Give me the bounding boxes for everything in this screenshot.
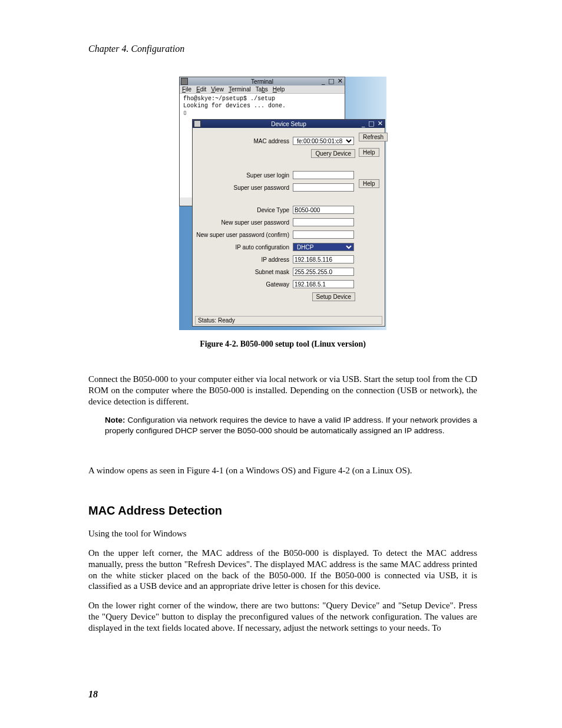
figure-4-2: Terminal _ □ ✕ File Edit View Terminal T… xyxy=(88,77,477,349)
help-button-2[interactable]: Help xyxy=(359,179,379,188)
device-type-value xyxy=(293,206,354,214)
super-user-password-input[interactable] xyxy=(293,183,354,192)
body-para-2: A window opens as seen in Figure 4-1 (on… xyxy=(88,465,477,476)
help-button-1[interactable]: Help xyxy=(359,148,379,157)
new-su-pw-confirm-label: New super user password (confirm) xyxy=(195,232,293,238)
terminal-menubar: File Edit View Terminal Tabs Help xyxy=(180,85,345,93)
note-text: Configuration via network requires the d… xyxy=(105,416,477,435)
body-para-5: On the lower right corner of the window,… xyxy=(88,600,477,633)
ip-auto-label: IP auto configuration xyxy=(195,244,293,251)
device-setup-window: Device Setup _ □ ✕ MAC address fe:00:00:… xyxy=(192,119,385,327)
ip-address-label: IP address xyxy=(195,256,293,263)
body-para-1: Connect the B050-000 to your computer ei… xyxy=(88,374,477,407)
gateway-label: Gateway xyxy=(195,281,293,288)
mac-address-label: MAC address xyxy=(195,138,293,144)
device-setup-titlebar: Device Setup _ □ ✕ xyxy=(193,120,385,128)
menu-file[interactable]: File xyxy=(182,86,191,93)
menu-tabs[interactable]: Tabs xyxy=(256,86,268,93)
device-setup-window-controls[interactable]: _ □ ✕ xyxy=(362,120,384,127)
new-su-pw-confirm-input[interactable] xyxy=(293,230,354,239)
query-device-button[interactable]: Query Device xyxy=(311,149,355,158)
subnet-mask-input[interactable] xyxy=(293,268,354,276)
subnet-mask-label: Subnet mask xyxy=(195,269,293,275)
note-label: Note: xyxy=(105,416,125,424)
menu-edit[interactable]: Edit xyxy=(196,86,206,93)
status-bar: Status: Ready xyxy=(195,316,382,325)
terminal-titlebar: Terminal _ □ ✕ xyxy=(180,77,345,85)
super-user-password-label: Super user password xyxy=(195,185,293,191)
super-user-login-input[interactable] xyxy=(293,171,354,179)
mac-address-select[interactable]: fe:00:00:50:01:c8 xyxy=(293,137,354,145)
super-user-login-label: Super user login xyxy=(195,172,293,179)
terminal-window-controls[interactable]: _ □ ✕ xyxy=(322,77,343,85)
section-heading-mac-detection: MAC Address Detection xyxy=(88,504,477,518)
terminal-line2: Looking for devices ... done. xyxy=(183,103,341,110)
new-su-pw-label: New super user password xyxy=(195,219,293,226)
menu-view[interactable]: View xyxy=(211,86,224,93)
ip-auto-select[interactable]: DHCP xyxy=(293,243,354,251)
terminal-cursor: ▯ xyxy=(183,110,341,117)
terminal-line1: fho@skye:~/psetup$ ./setup xyxy=(183,95,341,103)
terminal-sys-icon xyxy=(181,78,188,85)
new-su-pw-input[interactable] xyxy=(293,218,354,226)
page-number: 18 xyxy=(88,689,98,700)
refresh-button[interactable]: Refresh xyxy=(359,133,388,141)
menu-terminal[interactable]: Terminal xyxy=(229,86,251,93)
figure-caption: Figure 4-2. B050-000 setup tool (Linux v… xyxy=(88,340,477,349)
note-block: Note: Configuration via network requires… xyxy=(105,415,477,436)
terminal-title: Terminal xyxy=(251,78,273,85)
device-type-label: Device Type xyxy=(195,207,293,213)
menu-help[interactable]: Help xyxy=(273,86,285,93)
setup-device-button[interactable]: Setup Device xyxy=(312,292,355,301)
ip-address-input[interactable] xyxy=(293,255,354,263)
body-para-3: Using the tool for Windows xyxy=(88,528,477,539)
screenshot-mock: Terminal _ □ ✕ File Edit View Terminal T… xyxy=(179,77,386,330)
chapter-header: Chapter 4. Configuration xyxy=(88,44,184,54)
body-para-4: On the upper left corner, the MAC addres… xyxy=(88,548,477,592)
device-setup-sys-icon xyxy=(194,120,201,127)
device-setup-title: Device Setup xyxy=(271,121,306,127)
gateway-input[interactable] xyxy=(293,280,354,288)
